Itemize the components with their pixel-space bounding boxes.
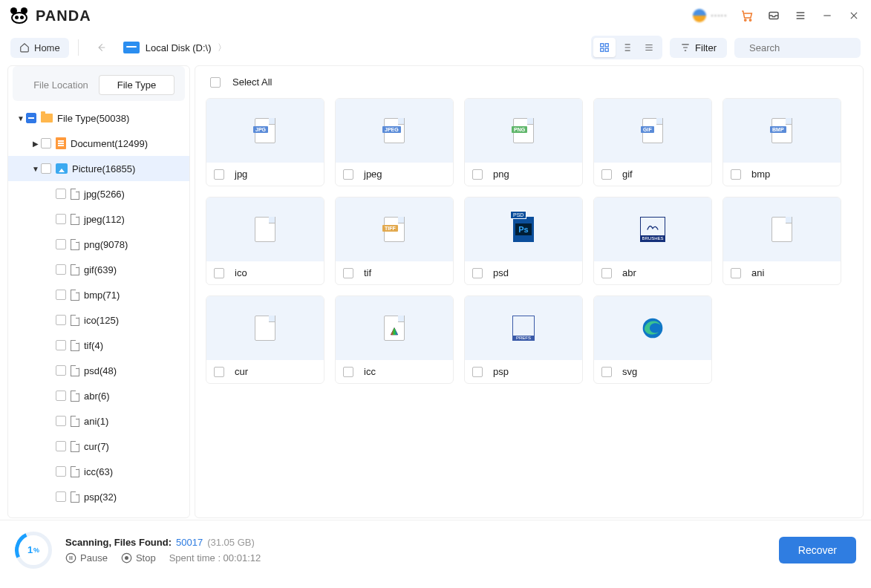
checkbox[interactable] bbox=[56, 491, 66, 502]
checkbox[interactable] bbox=[601, 367, 612, 377]
tree-item[interactable]: psp(32) bbox=[8, 484, 189, 509]
checkbox[interactable] bbox=[343, 169, 353, 180]
caret-right-icon[interactable]: ▶ bbox=[30, 140, 41, 148]
caret-down-icon[interactable]: ▼ bbox=[16, 114, 26, 122]
svg-point-1 bbox=[749, 19, 751, 21]
file-type-card[interactable]: PSDPspsd bbox=[464, 197, 583, 285]
card-label: ico bbox=[235, 267, 247, 278]
checkbox[interactable] bbox=[56, 290, 66, 300]
checkbox[interactable] bbox=[731, 268, 741, 278]
checkbox[interactable] bbox=[56, 189, 66, 199]
recover-button[interactable]: Recover bbox=[779, 537, 856, 564]
list-view-button[interactable] bbox=[638, 38, 660, 57]
checkbox[interactable] bbox=[210, 77, 221, 88]
checkbox[interactable] bbox=[56, 315, 66, 325]
filter-button[interactable]: Filter bbox=[670, 38, 727, 58]
tree-root[interactable]: ▼ File Type(50038) bbox=[8, 105, 189, 131]
svg-point-9 bbox=[66, 553, 76, 563]
select-all-row[interactable]: Select All bbox=[210, 76, 852, 88]
tree-item[interactable]: icc(63) bbox=[8, 459, 189, 484]
minimize-icon[interactable] bbox=[821, 9, 834, 22]
file-type-card[interactable]: cur bbox=[206, 295, 324, 384]
file-type-card[interactable]: GIFgif bbox=[593, 98, 712, 186]
tree-picture[interactable]: ▼ Picture(16855) bbox=[8, 156, 189, 181]
home-button[interactable]: Home bbox=[10, 38, 69, 58]
card-label: cur bbox=[235, 366, 248, 377]
user-info[interactable]: ····· bbox=[693, 9, 727, 22]
tree-item[interactable]: ico(125) bbox=[8, 307, 189, 333]
file-type-card[interactable]: PREFSpsp bbox=[464, 295, 583, 384]
file-type-card[interactable]: BRUSHESabr bbox=[593, 197, 712, 285]
pause-button[interactable]: Pause bbox=[65, 552, 108, 564]
file-icon: JPG bbox=[255, 118, 275, 143]
tree-item[interactable]: jpg(5266) bbox=[8, 181, 189, 206]
svg-rect-3 bbox=[601, 44, 604, 47]
file-icon: BMP bbox=[771, 118, 792, 143]
tree-item[interactable]: cur(7) bbox=[8, 434, 189, 459]
file-type-card[interactable]: icc bbox=[335, 295, 454, 384]
tree-item[interactable]: gif(639) bbox=[8, 257, 189, 282]
checkbox[interactable] bbox=[731, 169, 741, 180]
tree-item[interactable]: jpeg(112) bbox=[8, 206, 189, 232]
tab-file-location[interactable]: File Location bbox=[23, 75, 99, 95]
inbox-icon[interactable] bbox=[767, 9, 780, 22]
close-icon[interactable] bbox=[847, 9, 861, 22]
search-input[interactable] bbox=[749, 42, 871, 53]
checkbox[interactable] bbox=[56, 340, 66, 350]
checkbox[interactable] bbox=[56, 441, 66, 451]
tree-item[interactable]: ani(1) bbox=[8, 408, 189, 434]
checkbox[interactable] bbox=[472, 367, 483, 377]
tree-document[interactable]: ▶ Document(12499) bbox=[8, 131, 189, 156]
checkbox[interactable] bbox=[56, 466, 66, 477]
checkbox[interactable] bbox=[601, 169, 612, 180]
checkbox[interactable] bbox=[41, 138, 51, 148]
view-switcher bbox=[591, 36, 662, 59]
file-icon: TIFF bbox=[384, 217, 405, 242]
checkbox[interactable] bbox=[343, 367, 353, 377]
file-type-card[interactable]: TIFFtif bbox=[335, 197, 454, 285]
grid-view-button[interactable] bbox=[593, 38, 616, 57]
checkbox[interactable] bbox=[601, 268, 612, 278]
checkbox[interactable] bbox=[56, 365, 66, 376]
file-type-card[interactable]: JPGjpg bbox=[206, 98, 324, 186]
file-type-card[interactable]: BMPbmp bbox=[722, 98, 841, 186]
checkbox[interactable] bbox=[214, 367, 224, 377]
file-type-card[interactable]: PNGpng bbox=[464, 98, 583, 186]
content: File Location File Type ▼ File Type(5003… bbox=[0, 64, 871, 520]
file-type-card[interactable]: JPEGjpeg bbox=[335, 98, 454, 186]
svg-rect-6 bbox=[605, 48, 608, 51]
app-name: PANDA bbox=[36, 7, 91, 24]
checkbox[interactable] bbox=[56, 391, 66, 401]
checkbox[interactable] bbox=[56, 416, 66, 426]
cart-icon[interactable] bbox=[740, 9, 754, 22]
checkbox[interactable] bbox=[343, 268, 353, 278]
detail-view-button[interactable] bbox=[616, 38, 638, 57]
menu-icon[interactable] bbox=[794, 9, 807, 22]
file-type-card[interactable]: ico bbox=[206, 197, 324, 285]
caret-down-icon[interactable]: ▼ bbox=[30, 165, 41, 173]
checkbox[interactable] bbox=[214, 169, 224, 180]
file-type-card[interactable]: ani bbox=[722, 197, 841, 285]
file-icon bbox=[71, 239, 79, 250]
back-button[interactable] bbox=[88, 39, 114, 56]
checkbox[interactable] bbox=[26, 113, 36, 123]
search-box[interactable] bbox=[734, 38, 861, 58]
tree-item[interactable]: bmp(71) bbox=[8, 282, 189, 307]
tree-item[interactable]: png(9078) bbox=[8, 232, 189, 257]
checkbox[interactable] bbox=[56, 214, 66, 224]
breadcrumb[interactable]: Local Disk (D:\) 〉 bbox=[123, 42, 226, 54]
file-type-card[interactable]: svg bbox=[593, 295, 712, 384]
checkbox[interactable] bbox=[41, 163, 51, 174]
tree-item[interactable]: tif(4) bbox=[8, 333, 189, 358]
tab-file-type[interactable]: File Type bbox=[99, 75, 174, 95]
checkbox[interactable] bbox=[472, 268, 483, 278]
tree-item[interactable]: abr(6) bbox=[8, 383, 189, 408]
stop-button[interactable]: Stop bbox=[121, 552, 156, 564]
sidebar: File Location File Type ▼ File Type(5003… bbox=[7, 65, 190, 518]
tree-item[interactable]: psd(48) bbox=[8, 358, 189, 383]
checkbox[interactable] bbox=[214, 268, 224, 278]
file-count[interactable]: 50017 bbox=[176, 537, 203, 548]
checkbox[interactable] bbox=[56, 264, 66, 275]
checkbox[interactable] bbox=[56, 239, 66, 249]
checkbox[interactable] bbox=[472, 169, 483, 180]
